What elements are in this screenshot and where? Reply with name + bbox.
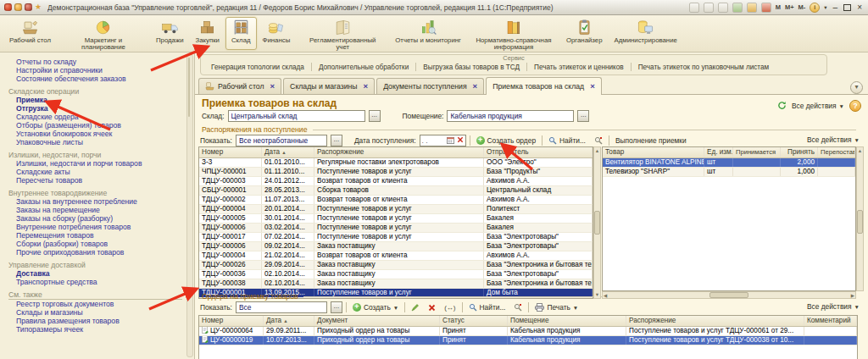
memory-mminus-button[interactable]: M- <box>798 3 806 11</box>
tab-item-3[interactable]: Документы поступления× <box>376 78 484 94</box>
sidebar-item[interactable]: Сборки (разборки) товаров <box>8 240 186 248</box>
ribbon-section-1[interactable]: Рабочий стол <box>3 17 57 50</box>
tab-item-1[interactable]: Рабочий стол× <box>198 78 281 94</box>
sidebar-item[interactable]: Состояние обеспечения заказов <box>8 75 186 83</box>
ribbon-section-2[interactable]: Маркетинг и планирование <box>57 17 150 50</box>
receipt-date-field[interactable]: . . <box>420 135 466 146</box>
receipts-show-filter-input[interactable] <box>236 301 327 313</box>
tab-close-icon[interactable]: × <box>590 83 595 90</box>
column-header[interactable]: Распоряжение <box>314 147 484 157</box>
column-header[interactable]: Документ <box>314 316 440 326</box>
memory-m-button[interactable]: M <box>776 3 781 11</box>
column-header[interactable]: Принимается <box>733 147 781 157</box>
column-header[interactable]: Комментарий <box>804 316 857 326</box>
sidebar-item[interactable]: Правила размещения товаров <box>8 317 186 325</box>
back-button[interactable] <box>14 3 22 11</box>
forward-button[interactable] <box>25 3 32 11</box>
column-header[interactable]: Принять <box>781 147 818 157</box>
column-header[interactable]: Распоряжение <box>626 316 804 326</box>
tab-close-icon[interactable]: × <box>270 83 275 90</box>
table-row[interactable]: ТДЦУ-00000603.02.2014...Поступление това… <box>199 224 593 233</box>
ribbon-section-10[interactable]: Органайзер <box>560 17 609 50</box>
column-header[interactable]: Дата▲ <box>264 316 314 326</box>
scroll-left-icon[interactable]: ◀ <box>604 293 607 298</box>
sidebar-item[interactable]: Отгрузка <box>8 104 186 113</box>
sidebar-item[interactable]: Упаковочные листы <box>8 138 186 146</box>
column-header[interactable]: Помещение <box>508 316 626 326</box>
ribbon-section-9[interactable]: Нормативно-справочная информация <box>467 17 560 50</box>
sidebar-item[interactable]: Заказы на внутреннее потребление <box>8 197 186 206</box>
set-interval-button[interactable]: (↔) <box>442 303 458 312</box>
sidebar-item[interactable]: Заказы на сборку (разборку) <box>8 214 186 223</box>
service-command[interactable]: Дополнительные обработки <box>312 64 415 71</box>
info-dropdown-icon[interactable]: ▾ <box>824 4 826 11</box>
table-row[interactable]: ТДЦУ-00000420.01.2014...Поступление това… <box>199 205 593 214</box>
service-command[interactable]: Генерация топологии склада <box>204 64 311 71</box>
warehouse-select-button[interactable]: ... <box>369 110 381 122</box>
history-icon[interactable] <box>747 3 757 13</box>
column-header[interactable]: Номер <box>199 316 264 326</box>
service-command[interactable]: Печать этикеток по упаковочным листам <box>632 64 776 71</box>
table-row[interactable]: ТДЦУ-00000609.02.2014...Заказ поставщику… <box>199 242 593 251</box>
table-row[interactable]: ТДЦУ-00002629.09.2014...Заказ поставщику… <box>199 261 593 270</box>
table-row[interactable]: ТДЦУ-00003802.10.2014...Заказ поставщику… <box>199 279 593 289</box>
receipts-clear-find-button[interactable] <box>511 302 525 312</box>
ribbon-section-8[interactable]: Отчеты и мониторинг <box>389 17 467 50</box>
table-row[interactable]: ТДЦУ-00003602.10.2014...Заказ поставщику… <box>199 270 593 279</box>
sidebar-item[interactable]: Складские ордера <box>8 113 186 121</box>
table-row[interactable]: ТДЦУ-00001707.02.2014...Поступление това… <box>199 233 593 242</box>
table-row[interactable]: ЧПЦУ-00000101.11.2010...Поступление това… <box>199 168 593 177</box>
restore-button[interactable] <box>843 4 851 11</box>
edit-button[interactable] <box>409 302 422 312</box>
execute-receiving-button[interactable]: Выполнение приемки <box>613 135 689 146</box>
sidebar-item[interactable]: Складские акты <box>8 168 186 176</box>
help-button[interactable]: ? <box>849 100 861 112</box>
tab-close-icon[interactable]: × <box>364 83 369 90</box>
scroll-up-icon[interactable]: ▲ <box>595 148 599 153</box>
ribbon-section-6[interactable]: Финансы <box>257 17 297 50</box>
calendar-icon[interactable] <box>447 136 454 146</box>
sidebar-item[interactable]: Установки блокировок ячеек <box>8 130 186 138</box>
goods-table-hscrollbar[interactable]: ◀▶ <box>602 291 856 299</box>
sidebar-item[interactable]: Заказы на перемещение <box>8 206 186 214</box>
scroll-thumb[interactable] <box>709 292 748 298</box>
orders-table-scrollbar[interactable]: ▲▼ <box>593 146 601 299</box>
receipts-all-actions-button[interactable]: Все действия▼ <box>807 302 860 311</box>
print-preview-icon[interactable] <box>718 3 728 13</box>
close-button[interactable]: × <box>855 3 864 12</box>
sidebar-item[interactable]: Склады и магазины <box>8 308 186 317</box>
sidebar-item[interactable]: Доставка <box>8 269 186 278</box>
sidebar-item[interactable]: Типоразмеры ячеек <box>8 325 186 334</box>
room-input[interactable] <box>447 110 574 122</box>
print-button[interactable]: Печать ▼ <box>532 302 581 312</box>
scroll-down-icon[interactable]: ▼ <box>595 292 599 297</box>
ribbon-section-11[interactable]: Администрирование <box>609 17 683 50</box>
column-header[interactable]: Товар <box>603 147 704 157</box>
info-button[interactable]: i <box>810 3 820 13</box>
scroll-thumb[interactable] <box>594 211 600 235</box>
tab-close-icon[interactable]: × <box>473 83 478 90</box>
ribbon-section-4[interactable]: Закупки <box>190 17 225 50</box>
column-header[interactable]: Номер <box>199 147 262 157</box>
sidebar-item[interactable]: Прочие оприходования товаров <box>8 248 186 257</box>
delete-button[interactable] <box>426 303 438 312</box>
table-row[interactable]: ТДЦУ-00000421.02.2014...Возврат товаров … <box>199 251 593 261</box>
room-select-button[interactable]: ... <box>577 110 589 122</box>
refresh-icon[interactable] <box>777 98 787 113</box>
tab-list-button[interactable]: ▾ <box>850 81 863 94</box>
table-row[interactable]: Телевизор "SHARP"шт1,000 <box>603 168 855 177</box>
column-header[interactable]: Отправитель <box>484 147 593 157</box>
sidebar-item[interactable]: Перемещения товаров <box>8 231 186 240</box>
scroll-right-icon[interactable]: ▶ <box>851 293 854 298</box>
find-button[interactable]: Найти... <box>546 135 588 146</box>
tab-item-4[interactable]: Приемка товаров на склад× <box>486 77 602 95</box>
column-header[interactable]: Статус <box>440 316 508 326</box>
favorites-star-icon[interactable]: ★ <box>35 3 42 11</box>
table-row[interactable]: З-301.01.2010...Регулярные поставки элек… <box>199 158 593 168</box>
all-actions-button[interactable]: Все действия▼ <box>792 102 844 110</box>
tab-item-2[interactable]: Склады и магазины× <box>283 78 375 94</box>
sidebar-item[interactable]: Пересчеты товаров <box>8 176 186 185</box>
sidebar-item[interactable]: Настройки и справочники <box>8 66 186 75</box>
sidebar-item[interactable]: Излишки, недостачи и порчи товаров <box>8 159 186 168</box>
sidebar-item[interactable]: Приемка <box>8 96 186 104</box>
